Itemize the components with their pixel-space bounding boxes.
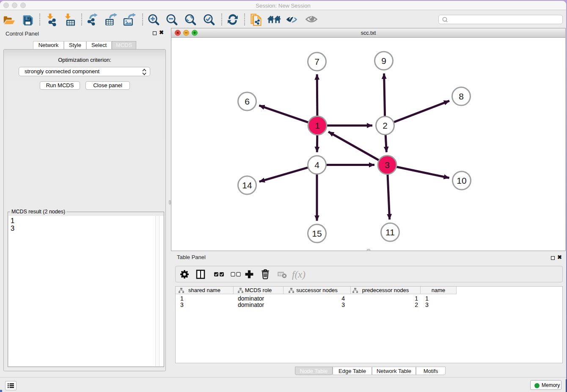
svg-text:10: 10: [457, 176, 466, 185]
svg-text:15: 15: [312, 229, 322, 238]
svg-text:14: 14: [242, 180, 252, 190]
svg-text:9: 9: [381, 56, 386, 66]
svg-text:7: 7: [314, 57, 319, 66]
svg-text:6: 6: [245, 97, 250, 106]
svg-text:2: 2: [383, 121, 388, 130]
svg-text:11: 11: [385, 227, 395, 237]
svg-text:4: 4: [314, 160, 319, 170]
svg-text:f(x): f(x): [292, 269, 306, 280]
svg-text:1: 1: [315, 121, 320, 130]
svg-text:3: 3: [385, 160, 390, 170]
svg-text:8: 8: [459, 91, 464, 101]
